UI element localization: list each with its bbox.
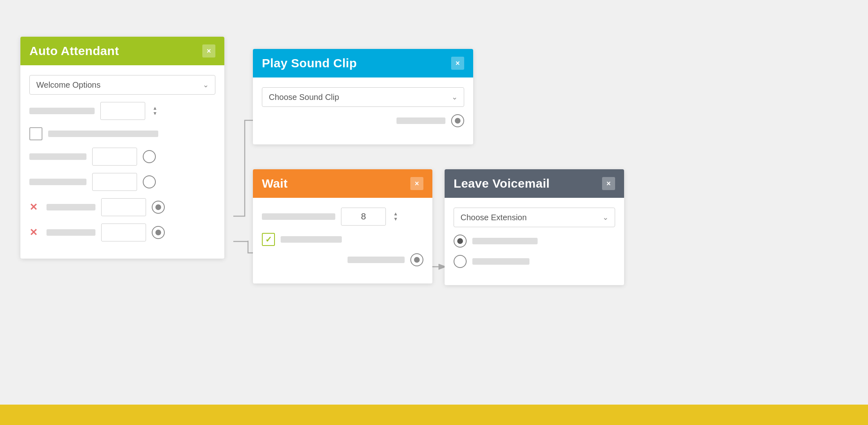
welcome-options-dropdown[interactable]: Welcome Options <box>29 75 215 95</box>
row5-bar <box>46 204 95 210</box>
voicemail-title: Leave Voicemail <box>454 177 550 190</box>
choose-extension-dropdown-wrap: Choose Extension ⌄ <box>454 208 615 227</box>
auto-attendant-panel: Auto Attendant × Welcome Options ⌄ ▲ ▼ <box>20 37 224 259</box>
voicemail-header: Leave Voicemail × <box>445 169 624 198</box>
play-sound-radio[interactable] <box>451 114 464 127</box>
wait-cb-bar <box>281 236 342 243</box>
auto-attendant-close-button[interactable]: × <box>202 44 215 58</box>
choose-sound-clip-dropdown-wrap: Choose Sound Clip ⌄ <box>262 87 464 107</box>
row-4 <box>29 173 215 191</box>
voicemail-radio1-bar <box>472 238 538 244</box>
row5-delete-icon[interactable]: ✕ <box>29 201 41 213</box>
spinner-down-icon[interactable]: ▼ <box>153 111 157 116</box>
play-sound-panel: Play Sound Clip × Choose Sound Clip ⌄ <box>253 49 473 144</box>
row-3 <box>29 148 215 166</box>
wait-spinner[interactable]: ▲ ▼ <box>393 211 398 222</box>
wait-title: Wait <box>262 177 288 190</box>
play-sound-radio-row <box>262 114 464 127</box>
auto-attendant-title: Auto Attendant <box>29 44 119 58</box>
voicemail-close-button[interactable]: × <box>602 177 615 190</box>
row-6: ✕ <box>29 224 215 241</box>
wait-body: 8 ▲ ▼ <box>253 198 432 283</box>
row-5: ✕ <box>29 198 215 216</box>
row6-input[interactable] <box>101 224 146 241</box>
voicemail-radio1[interactable] <box>454 235 467 248</box>
row4-bar <box>29 179 86 185</box>
row6-delete-icon[interactable]: ✕ <box>29 227 41 238</box>
voicemail-radio2[interactable] <box>454 255 467 268</box>
bottom-bar <box>0 405 868 425</box>
row3-input[interactable] <box>92 148 137 166</box>
wait-radio[interactable] <box>410 253 423 266</box>
play-sound-title: Play Sound Clip <box>262 56 357 70</box>
wait-radio-row <box>262 253 423 266</box>
wait-checkbox-row <box>262 233 423 246</box>
row1-spinner[interactable]: ▲ ▼ <box>153 106 157 116</box>
choose-sound-clip-dropdown[interactable]: Choose Sound Clip <box>262 87 464 107</box>
row-2 <box>29 127 215 140</box>
wait-header: Wait × <box>253 169 432 198</box>
row3-radio[interactable] <box>143 150 156 163</box>
voicemail-radio2-row <box>454 255 615 268</box>
wait-radio-bar <box>348 257 405 263</box>
welcome-options-dropdown-wrap: Welcome Options ⌄ <box>29 75 215 95</box>
row2-checkbox[interactable] <box>29 127 42 140</box>
leave-voicemail-panel: Leave Voicemail × Choose Extension ⌄ <box>445 169 624 285</box>
row-1: ▲ ▼ <box>29 102 215 120</box>
wait-bar-top <box>262 213 335 220</box>
row3-bar <box>29 153 86 160</box>
wait-panel: Wait × 8 ▲ ▼ <box>253 169 432 283</box>
play-sound-header: Play Sound Clip × <box>253 49 473 77</box>
choose-extension-dropdown[interactable]: Choose Extension <box>454 208 615 227</box>
wait-close-button[interactable]: × <box>410 177 423 190</box>
row2-bar <box>48 131 158 137</box>
row6-bar <box>46 229 95 236</box>
auto-attendant-body: Welcome Options ⌄ ▲ ▼ <box>20 65 224 259</box>
voicemail-radio1-row <box>454 235 615 248</box>
play-sound-close-button[interactable]: × <box>451 57 464 70</box>
wait-spinner-down-icon[interactable]: ▼ <box>393 217 398 222</box>
row4-input[interactable] <box>92 173 137 191</box>
auto-attendant-header: Auto Attendant × <box>20 37 224 65</box>
row5-radio[interactable] <box>152 201 165 214</box>
row4-radio[interactable] <box>143 175 156 188</box>
voicemail-radio2-bar <box>472 258 529 265</box>
wait-checkbox[interactable] <box>262 233 275 246</box>
play-sound-body: Choose Sound Clip ⌄ <box>253 77 473 144</box>
row5-input[interactable] <box>101 198 146 216</box>
play-sound-bar <box>396 117 445 124</box>
row1-bar <box>29 108 95 114</box>
row6-radio[interactable] <box>152 226 165 239</box>
wait-input-row: 8 ▲ ▼ <box>262 208 423 226</box>
row1-input[interactable] <box>100 102 145 120</box>
voicemail-body: Choose Extension ⌄ <box>445 198 624 285</box>
wait-input[interactable]: 8 <box>341 208 386 226</box>
